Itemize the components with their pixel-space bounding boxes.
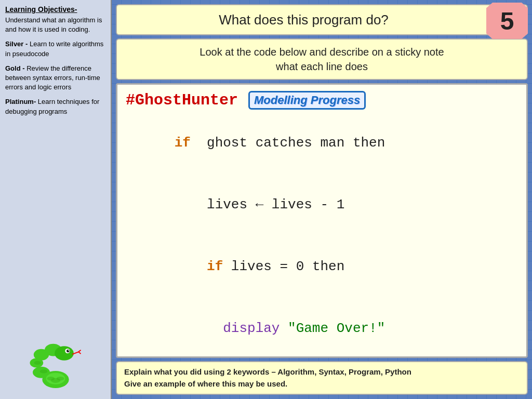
code-text-2: lives <box>175 197 256 212</box>
ghost-title: #GhostHunter <box>126 91 238 109</box>
footer-line1: Explain what you did using 2 keywords – … <box>124 366 520 378</box>
arrow-symbol: ← <box>256 197 264 212</box>
keyword-if-2: if <box>207 259 223 274</box>
svg-point-16 <box>39 369 47 373</box>
sidebar-level-silver: Silver - Learn to write algorithms in ps… <box>5 39 105 58</box>
instruction-text: Look at the code below and describe on a… <box>200 46 444 72</box>
code-line-1: if ghost catches man then <box>126 113 518 174</box>
code-line-4: display "Game Over!" <box>126 298 518 358</box>
svg-point-9 <box>68 350 69 351</box>
code-indent-3 <box>175 259 207 274</box>
sidebar: Learning Objectives- Understand what an … <box>0 0 112 399</box>
number-badge: 5 <box>486 3 528 39</box>
code-text-1: ghost catches man then <box>191 135 385 151</box>
svg-point-17 <box>34 361 41 365</box>
svg-point-6 <box>55 346 74 361</box>
keyword-display-1: display <box>175 321 288 336</box>
code-text-3: lives = 0 then <box>223 259 344 274</box>
snake-icon <box>27 337 84 394</box>
silver-label: Silver - <box>5 40 28 48</box>
sidebar-intro: Understand what an algorithm is and how … <box>5 16 105 34</box>
platinum-label: Platinum- <box>5 98 36 105</box>
svg-point-14 <box>47 377 55 380</box>
keyword-if-1: if <box>175 135 191 151</box>
sidebar-level-gold: Gold - Review the difference between syn… <box>5 64 105 92</box>
svg-point-15 <box>56 377 64 380</box>
sidebar-level-platinum: Platinum- Learn techniques for debugging… <box>5 97 105 116</box>
code-line-3: if lives = 0 then <box>126 236 518 297</box>
svg-line-12 <box>78 352 81 354</box>
code-header: #GhostHunter Modelling Progress <box>126 91 518 110</box>
main-content: 5 What does this program do? Look at the… <box>112 0 532 399</box>
instruction-box: Look at the code below and describe on a… <box>116 38 528 80</box>
string-gameover: "Game Over!" <box>288 321 385 336</box>
title-box: What does this program do? <box>116 4 528 35</box>
code-line-2: lives ← lives - 1 <box>126 175 518 235</box>
footer-line2: Give an example of where this may be use… <box>124 378 520 390</box>
footer-box: Explain what you did using 2 keywords – … <box>116 361 528 395</box>
svg-point-8 <box>66 350 70 353</box>
code-box: #GhostHunter Modelling Progress if ghost… <box>116 83 528 358</box>
gold-label: Gold - <box>5 64 25 72</box>
sidebar-title: Learning Objectives- <box>5 5 105 14</box>
snake-image-container <box>5 122 105 394</box>
code-text-2b: lives - 1 <box>263 197 344 212</box>
modelling-progress: Modelling Progress <box>248 91 366 110</box>
